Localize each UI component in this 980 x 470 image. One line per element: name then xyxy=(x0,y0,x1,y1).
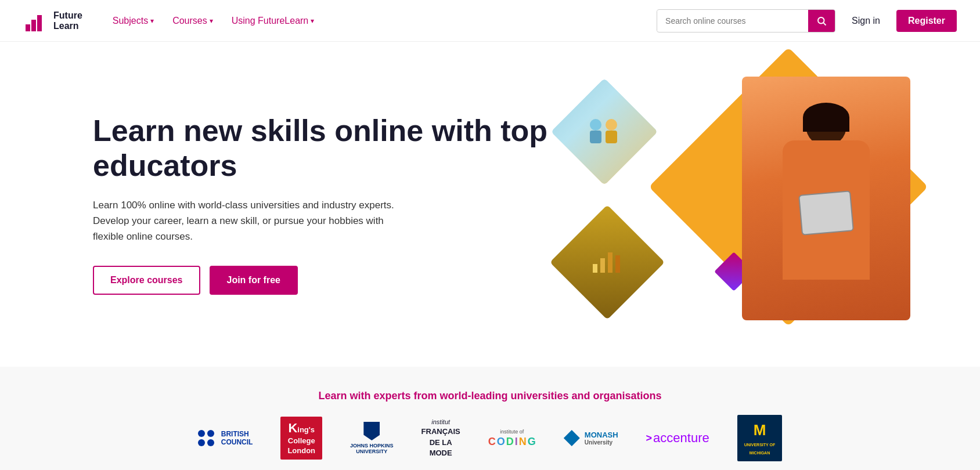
cod-n: N xyxy=(519,436,527,448)
partners-section: Learn with experts from world-leading un… xyxy=(0,367,980,470)
michigan-logo: M UNIVERSITY OFMICHIGAN xyxy=(737,415,783,461)
partner-michigan: M UNIVERSITY OFMICHIGAN xyxy=(737,421,783,455)
svg-rect-9 xyxy=(593,264,597,273)
bc-dot xyxy=(207,439,214,446)
michigan-m: M xyxy=(744,420,776,440)
hero-images xyxy=(555,77,934,332)
search-button[interactable] xyxy=(808,10,835,32)
cod-d: D xyxy=(506,436,514,448)
coding-logo: CODING xyxy=(488,436,536,448)
logo-future: Future xyxy=(53,10,82,21)
monash-sub: University xyxy=(585,439,618,446)
logo-text: Future Learn xyxy=(53,10,82,31)
svg-rect-0 xyxy=(26,24,30,31)
kings-logo: King'sCollegeLondon xyxy=(280,417,322,460)
logo[interactable]: Future Learn xyxy=(23,8,82,34)
svg-rect-2 xyxy=(37,15,42,31)
partner-british-council: BRITISHCOUNCIL xyxy=(198,421,253,455)
partner-accenture: > accenture xyxy=(646,421,709,455)
medical-image-diamond xyxy=(551,78,658,185)
person-image xyxy=(742,77,910,320)
coding-container: institute of CODING xyxy=(488,429,536,448)
monash-icon xyxy=(564,430,580,446)
nav-right: Sign in Register xyxy=(657,9,957,32)
svg-rect-1 xyxy=(31,20,36,31)
partners-logos: BRITISHCOUNCIL King'sCollegeLondon JOHNS… xyxy=(46,421,934,455)
partner-johns-hopkins: JOHNS HOPKINSUNIVERSITY xyxy=(350,421,394,455)
partner-institut: institutFRANÇAISde laMODE xyxy=(421,421,460,455)
svg-line-4 xyxy=(823,23,826,25)
data-image-diamond xyxy=(550,205,665,320)
svg-point-3 xyxy=(818,17,824,24)
navbar: Future Learn Subjects ▾ Courses ▾ Using … xyxy=(0,0,980,42)
jh-label: JOHNS HOPKINSUNIVERSITY xyxy=(350,443,394,454)
nav-subjects-label: Subjects xyxy=(113,16,148,26)
svg-rect-11 xyxy=(608,252,613,273)
partner-coding: institute of CODING xyxy=(488,421,536,455)
chevron-down-icon: ▾ xyxy=(150,17,154,25)
coding-label-top: institute of xyxy=(488,429,536,435)
hero-buttons: Explore courses Join for free xyxy=(93,266,555,295)
svg-rect-10 xyxy=(600,258,605,273)
nav-using-label: Using FutureLearn xyxy=(232,16,309,26)
bc-text: BRITISHCOUNCIL xyxy=(221,430,253,447)
signin-button[interactable]: Sign in xyxy=(845,11,887,31)
bc-dot xyxy=(207,430,214,437)
svg-point-5 xyxy=(590,119,601,131)
accenture-label: accenture xyxy=(653,431,709,446)
cod-o: O xyxy=(497,436,505,448)
partner-monash: MONASH University xyxy=(564,421,618,455)
join-free-button[interactable]: Join for free xyxy=(210,266,298,295)
partner-kings-college: King'sCollegeLondon xyxy=(280,421,322,455)
monash-label: MONASH xyxy=(585,431,618,439)
bc-dot xyxy=(198,439,205,446)
partners-tagline-prefix: Learn with experts from xyxy=(318,390,439,402)
bc-dot xyxy=(198,430,205,437)
bc-dots xyxy=(198,430,217,446)
logo-learn: Learn xyxy=(53,21,82,31)
chart-illustration xyxy=(590,247,625,276)
nav-links: Subjects ▾ Courses ▾ Using FutureLearn ▾ xyxy=(106,11,657,31)
svg-point-7 xyxy=(606,119,617,131)
search-bar xyxy=(657,9,835,32)
jh-shield-icon xyxy=(363,422,380,440)
hero-content: Learn new skills online with top educato… xyxy=(93,114,555,294)
svg-rect-12 xyxy=(615,255,620,273)
cod-i: I xyxy=(515,436,518,448)
partners-tagline: Learn with experts from world-leading un… xyxy=(46,390,934,402)
nav-subjects[interactable]: Subjects ▾ xyxy=(106,11,161,31)
monash-text: MONASH University xyxy=(585,431,618,446)
explore-courses-button[interactable]: Explore courses xyxy=(93,266,200,295)
medical-workers-illustration xyxy=(581,114,628,149)
search-input[interactable] xyxy=(657,10,808,31)
accenture-arrow-icon: > xyxy=(646,432,653,444)
hero-title: Learn new skills online with top educato… xyxy=(93,114,555,183)
chevron-down-icon: ▾ xyxy=(210,17,213,25)
hero-description: Learn 100% online with world-class unive… xyxy=(93,197,395,245)
chevron-down-icon: ▾ xyxy=(311,17,314,25)
hero-section: Learn new skills online with top educato… xyxy=(0,42,980,367)
nav-using[interactable]: Using FutureLearn ▾ xyxy=(225,11,322,31)
svg-rect-8 xyxy=(606,131,617,143)
cod-g: G xyxy=(528,436,536,448)
svg-rect-6 xyxy=(590,131,601,143)
partners-tagline-link[interactable]: world-leading universities and organisat… xyxy=(439,390,661,402)
institut-label: institutFRANÇAISde laMODE xyxy=(421,418,460,458)
nav-courses-label: Courses xyxy=(172,16,207,26)
nav-courses[interactable]: Courses ▾ xyxy=(165,11,220,31)
register-button[interactable]: Register xyxy=(896,10,957,32)
michigan-label: UNIVERSITY OFMICHIGAN xyxy=(744,443,776,455)
search-icon xyxy=(816,16,827,26)
cod-c: C xyxy=(488,436,496,448)
kings-k: K xyxy=(288,421,297,435)
logo-icon xyxy=(23,8,49,34)
institut-main: FRANÇAISde laMODE xyxy=(421,427,460,457)
